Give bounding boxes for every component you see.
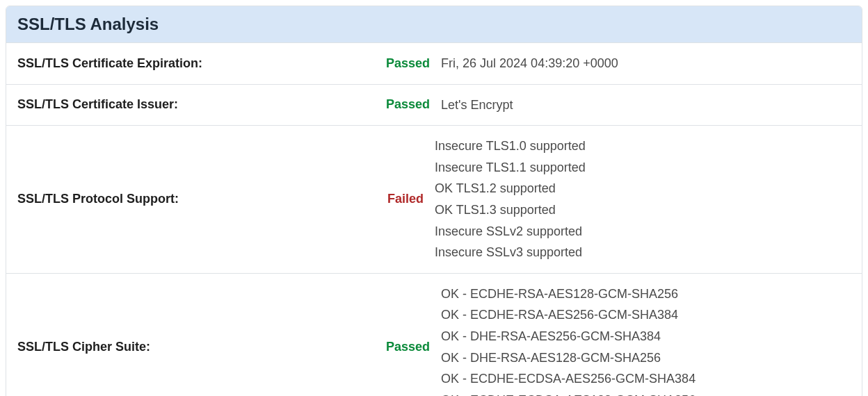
status-badge: Passed <box>386 97 441 112</box>
status-badge: Passed <box>386 340 441 354</box>
ssl-tls-analysis-panel: SSL/TLS Analysis SSL/TLS Certificate Exp… <box>6 6 862 396</box>
value-line: OK - ECDHE-RSA-AES128-GCM-SHA256 <box>441 283 851 305</box>
status-badge: Passed <box>386 56 441 71</box>
value-line: Insecure TLS1.1 supported <box>435 157 851 179</box>
value-line: OK - DHE-RSA-AES128-GCM-SHA256 <box>441 347 851 369</box>
row-protocol-support: SSL/TLS Protocol Support: Failed Insecur… <box>6 125 862 273</box>
row-value: Let's Encrypt <box>441 94 851 116</box>
value-line: OK - ECDHE-RSA-AES256-GCM-SHA384 <box>441 304 851 326</box>
value-line: Insecure TLS1.0 supported <box>435 135 851 157</box>
value-line: OK - DHE-RSA-AES256-GCM-SHA384 <box>441 326 851 347</box>
row-cert-issuer: SSL/TLS Certificate Issuer: Passed Let's… <box>6 84 862 126</box>
row-label: SSL/TLS Certificate Issuer: <box>17 97 386 112</box>
row-label: SSL/TLS Certificate Expiration: <box>17 56 386 71</box>
row-label: SSL/TLS Cipher Suite: <box>17 340 386 354</box>
value-line: OK - ECDHE-ECDSA-AES128-GCM-SHA256 <box>441 390 851 396</box>
status-badge: Failed <box>386 192 435 206</box>
value-line: Let's Encrypt <box>441 94 851 116</box>
panel-title: SSL/TLS Analysis <box>6 6 862 42</box>
value-line: Fri, 26 Jul 2024 04:39:20 +0000 <box>441 53 851 74</box>
value-line: OK TLS1.3 supported <box>435 199 851 221</box>
row-value: Fri, 26 Jul 2024 04:39:20 +0000 <box>441 53 851 74</box>
row-value: Insecure TLS1.0 supported Insecure TLS1.… <box>435 135 851 263</box>
value-line: Insecure SSLv2 supported <box>435 221 851 242</box>
value-line: Insecure SSLv3 supported <box>435 242 851 263</box>
value-line: OK TLS1.2 supported <box>435 178 851 199</box>
row-label: SSL/TLS Protocol Support: <box>17 192 386 206</box>
row-value: OK - ECDHE-RSA-AES128-GCM-SHA256 OK - EC… <box>441 283 851 396</box>
row-cipher-suite: SSL/TLS Cipher Suite: Passed OK - ECDHE-… <box>6 273 862 396</box>
value-line: OK - ECDHE-ECDSA-AES256-GCM-SHA384 <box>441 368 851 390</box>
row-cert-expiration: SSL/TLS Certificate Expiration: Passed F… <box>6 42 862 84</box>
